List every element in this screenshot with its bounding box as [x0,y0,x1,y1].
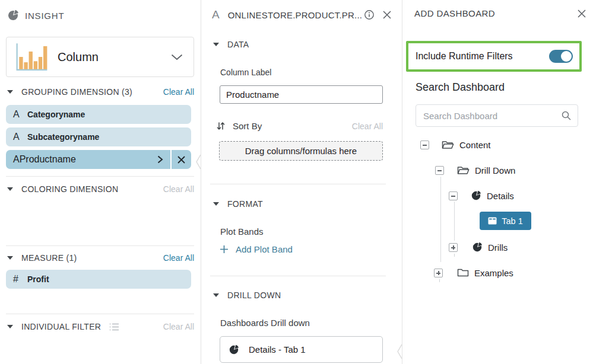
drill-down-section-header: DRILL DOWN [213,289,391,302]
sort-drop-zone[interactable]: Drag columns/formulas here [219,141,383,161]
column-properties-header: A ONLINESTORE.PRODUCT.PR... [212,8,391,21]
section-label: MEASURE (1) [21,253,77,263]
tree-item-examples[interactable]: Examples [457,265,513,280]
tree-item-details[interactable]: Details [471,188,514,203]
column-properties-panel: A ONLINESTORE.PRODUCT.PR... DATA Column … [201,0,402,364]
measure-chip-profit[interactable]: # Profit [6,270,191,289]
column-label-field-wrap [220,85,383,104]
divider [6,176,194,177]
chip-label: Subcategoryname [27,132,99,142]
grouping-chip-productname-row: A Productname [6,150,191,169]
tree-item-label[interactable]: Drills [488,242,508,253]
insight-header: INSIGHT [7,9,64,21]
section-collapse-caret-icon[interactable] [7,325,13,328]
tree-item-label[interactable]: Examples [474,268,513,278]
column-label-input[interactable] [220,85,383,104]
tree-item-label[interactable]: Details [487,191,514,201]
tree-item-label[interactable]: Tab 1 [502,216,522,226]
chart-type-selector[interactable]: Column [6,37,194,77]
search-dashboard-input[interactable] [423,111,561,121]
tree-item-drill-down[interactable]: Drill Down [457,162,515,178]
close-icon[interactable] [383,11,391,19]
chevron-down-icon[interactable] [171,54,183,60]
include-runtime-filters-label: Include Runtime Filters [416,51,513,62]
divider [6,314,194,314]
panel-collapse-handle[interactable] [397,344,402,362]
column-source-title: ONLINESTORE.PRODUCT.PR... [228,10,362,20]
column-label-caption: Column Label [220,68,271,77]
expand-icon[interactable] [434,269,443,277]
tree-connector-stub [439,279,440,282]
measure-clear-all-button[interactable]: Clear All [163,253,194,263]
section-collapse-caret-icon[interactable] [7,256,13,260]
collapse-icon[interactable] [435,166,444,175]
format-section-header: FORMAT [213,197,391,210]
panel-collapse-handle[interactable] [195,154,201,172]
tree-connector-stub [454,254,455,257]
toggle-knob [561,51,572,62]
sort-clear-all-button: Clear All [352,122,383,131]
tree-item-label[interactable]: Drill Down [475,165,515,175]
drill-down-dashboard-selector[interactable]: Details - Tab 1 [220,336,383,363]
sort-icon [216,121,226,131]
plus-icon [220,245,229,254]
grouping-chip-subcategoryname[interactable]: A Subcategoryname [6,127,191,146]
filter-clear-all-button: Clear All [163,322,194,331]
expand-icon[interactable] [449,243,458,252]
add-dashboard-header: ADD DASHBOARD [414,8,586,18]
remove-chip-button[interactable] [172,150,191,169]
section-collapse-caret-icon[interactable] [213,43,219,46]
section-label: FORMAT [227,199,263,209]
section-collapse-caret-icon[interactable] [7,187,13,191]
search-dashboard-field [416,104,578,127]
coloring-clear-all-button: Clear All [163,184,194,194]
grouping-dimension-header: GROUPING DIMENSION (3) Clear All [7,85,194,98]
panel-title: ADD DASHBOARD [414,8,495,18]
sort-by-row: Sort By Clear All [216,121,383,131]
add-dashboard-panel: ADD DASHBOARD Include Runtime Filters Se… [402,0,593,364]
chip-label: Profit [27,274,49,284]
app-window: INSIGHT Column GROUPING DIM [0,0,593,364]
drop-zone-text: Drag columns/formulas here [245,146,357,156]
dashboards-drill-down-label: Dashboards Drill down [220,318,310,328]
grouping-chip-categoryname[interactable]: A Categoryname [6,105,191,124]
filter-list-icon [109,323,119,331]
text-column-icon: A [13,132,27,142]
close-icon[interactable] [578,9,586,18]
coloring-dimension-header: COLORING DIMENSION Clear All [7,183,194,196]
selected-dashboard-label: Details - Tab 1 [249,344,306,355]
text-column-icon: A [212,8,220,21]
folder-open-icon [442,141,454,149]
measure-header: MEASURE (1) Clear All [7,251,194,264]
data-section-header: DATA [213,38,391,51]
grouping-clear-all-button[interactable]: Clear All [163,87,194,97]
chevron-right-icon[interactable] [157,155,163,164]
text-column-icon: A [13,154,20,165]
chip-label: Categoryname [27,110,85,119]
collapse-icon[interactable] [420,141,429,149]
tree-item-drills[interactable]: Drills [472,240,508,255]
divider [6,245,194,246]
runtime-filters-toggle[interactable] [549,50,573,63]
tree-item-tab-1-selected[interactable]: Tab 1 [480,212,531,230]
section-collapse-caret-icon[interactable] [213,202,219,206]
tree-connector-line [440,177,441,262]
tree-item-content[interactable]: Content [442,137,491,152]
add-plot-band-button[interactable]: Add Plot Band [220,244,293,254]
tree-item-label[interactable]: Content [459,140,491,150]
section-label: COLORING DIMENSION [21,184,118,194]
search-icon[interactable] [561,110,572,121]
section-collapse-caret-icon[interactable] [7,90,13,94]
insight-panel: INSIGHT Column GROUPING DIM [0,0,201,364]
folder-open-icon [457,166,470,175]
panel-title: INSIGHT [25,11,64,21]
chip-label: Productname [20,154,76,165]
grouping-chip-productname[interactable]: A Productname [6,150,170,169]
plot-bands-label: Plot Bands [220,226,264,237]
section-collapse-caret-icon[interactable] [213,293,219,297]
collapse-icon[interactable] [449,191,458,200]
section-label: INDIVIDUAL FILTER [21,322,101,331]
sort-by-label: Sort By [233,121,262,131]
number-column-icon: # [13,274,27,285]
info-icon[interactable] [364,9,375,20]
